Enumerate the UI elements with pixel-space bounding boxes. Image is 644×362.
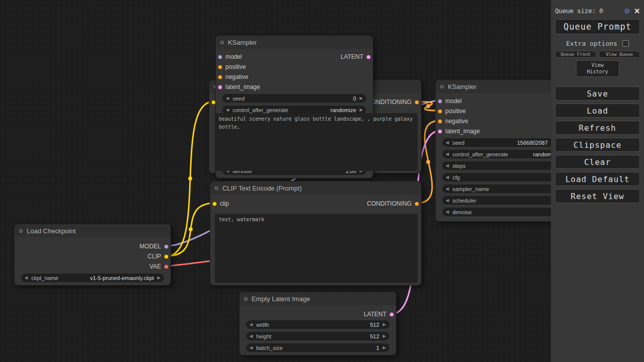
node-canvas[interactable]: CLIP Text Encode (Prompt) clip CONDITION… bbox=[0, 0, 644, 362]
negative-prompt-textarea[interactable]: text, watermark bbox=[215, 214, 418, 283]
denoise-widget[interactable]: ◀ denoise ▶ bbox=[442, 208, 569, 216]
seed-widget[interactable]: ◀ seed 1566802087 ▶ bbox=[442, 138, 569, 147]
node-title: Empty Latent Image bbox=[252, 295, 310, 303]
decrement-arrow-icon[interactable]: ◀ bbox=[446, 198, 449, 203]
slot-row: CLIP bbox=[15, 251, 171, 261]
increment-arrow-icon[interactable]: ▶ bbox=[383, 322, 386, 327]
prev-option-arrow-icon[interactable]: ◀ bbox=[25, 276, 28, 280]
queue-prompt-button[interactable]: Queue Prompt bbox=[555, 19, 640, 34]
load-checkpoint-node[interactable]: Load Checkpoint MODEL CLIP VAE ◀ ckpt_na… bbox=[14, 224, 171, 286]
extra-options-checkbox[interactable] bbox=[622, 40, 629, 47]
node-title: Load Checkpoint bbox=[27, 227, 76, 235]
increment-arrow-icon[interactable]: ▶ bbox=[383, 334, 386, 338]
ckpt-name-widget[interactable]: ◀ ckpt_name v1-5-pruned-emaonly.ckpt ▶ bbox=[21, 274, 164, 282]
decrement-arrow-icon[interactable]: ◀ bbox=[226, 96, 229, 101]
control-after-generate-widget[interactable]: ◀ control_after_generate randomize ▶ bbox=[442, 150, 569, 158]
collapse-dot-icon[interactable] bbox=[19, 229, 23, 233]
refresh-button[interactable]: Refresh bbox=[555, 121, 640, 135]
decrement-arrow-icon[interactable]: ◀ bbox=[250, 345, 253, 350]
batch-size-widget[interactable]: ◀ batch_size 1 ▶ bbox=[246, 343, 389, 352]
load-default-button[interactable]: Load Default bbox=[555, 172, 640, 186]
decrement-arrow-icon[interactable]: ◀ bbox=[446, 187, 449, 191]
negative-input-dot[interactable] bbox=[438, 119, 442, 124]
increment-arrow-icon[interactable]: ▶ bbox=[360, 96, 363, 101]
model-input-dot[interactable] bbox=[438, 99, 442, 104]
positive-input-dot[interactable] bbox=[438, 109, 442, 114]
slot-row: latent_image bbox=[216, 82, 373, 92]
sampler-name-widget[interactable]: ◀ sampler_name ▶ bbox=[442, 185, 569, 193]
node-title-bar[interactable]: CLIP Text Encode (Prompt) bbox=[210, 182, 421, 195]
wire-clip-to-negative-prompt bbox=[167, 203, 214, 256]
decrement-arrow-icon[interactable]: ◀ bbox=[446, 210, 449, 214]
node-title-bar[interactable]: Load Checkpoint bbox=[15, 224, 171, 237]
height-widget[interactable]: ◀ height 512 ▶ bbox=[246, 332, 389, 340]
decrement-arrow-icon[interactable]: ◀ bbox=[446, 140, 449, 145]
negative-input-dot[interactable] bbox=[218, 75, 222, 79]
wire-clip-to-positive-prompt bbox=[167, 102, 213, 256]
conditioning-output-dot[interactable] bbox=[415, 100, 419, 105]
node-title: KSampler bbox=[228, 39, 257, 46]
collapse-dot-icon[interactable] bbox=[215, 187, 218, 190]
node-title: KSampler bbox=[448, 83, 476, 90]
slot-row: positive bbox=[216, 62, 373, 72]
collapse-dot-icon[interactable] bbox=[440, 85, 444, 88]
node-title-bar[interactable]: KSampler bbox=[216, 36, 373, 49]
save-button[interactable]: Save bbox=[555, 86, 640, 101]
link-midpoint-dot bbox=[426, 160, 430, 164]
cfg-widget[interactable]: ◀ cfg ▶ bbox=[442, 173, 569, 182]
decrement-arrow-icon[interactable]: ◀ bbox=[250, 322, 253, 327]
latent-output-dot[interactable] bbox=[366, 55, 371, 59]
menu-panel: Queue size: 0 ⚙ × Queue Prompt Extra opt… bbox=[551, 0, 644, 362]
clip-input-dot[interactable] bbox=[212, 202, 217, 206]
conditioning-output-dot[interactable] bbox=[415, 202, 419, 206]
decrement-arrow-icon[interactable]: ◀ bbox=[226, 108, 229, 112]
view-history-button[interactable]: View History bbox=[576, 60, 619, 77]
steps-widget[interactable]: ◀ steps ▶ bbox=[442, 161, 569, 170]
increment-arrow-icon[interactable]: ▶ bbox=[360, 108, 363, 112]
increment-arrow-icon[interactable]: ▶ bbox=[383, 345, 386, 350]
extra-options-label: Extra options bbox=[566, 40, 617, 47]
queue-front-button[interactable]: Queue Front bbox=[555, 51, 596, 58]
latent-output-dot[interactable] bbox=[389, 312, 394, 317]
link-midpoint-dot bbox=[426, 104, 430, 108]
slot-row: VAE bbox=[15, 261, 171, 272]
node-title-bar[interactable]: Empty Latent Image bbox=[239, 292, 396, 305]
latent-image-input-dot[interactable] bbox=[218, 85, 222, 89]
slot-row: MODEL bbox=[15, 241, 171, 251]
positive-input-dot[interactable] bbox=[218, 65, 222, 69]
settings-gear-icon[interactable]: ⚙ bbox=[624, 7, 629, 15]
model-input-dot[interactable] bbox=[218, 55, 222, 59]
empty-latent-image-node[interactable]: Empty Latent Image LATENT ◀ width 512 ▶ … bbox=[239, 292, 396, 355]
vae-output-dot[interactable] bbox=[164, 264, 169, 269]
close-icon[interactable]: × bbox=[634, 6, 640, 16]
model-output-dot[interactable] bbox=[164, 244, 169, 249]
clipspace-button[interactable]: Clipspace bbox=[555, 138, 640, 152]
slot-row: model LATENT bbox=[216, 52, 373, 62]
positive-prompt-textarea[interactable]: beautiful scenery nature glass bottle la… bbox=[215, 113, 418, 171]
scheduler-widget[interactable]: ◀ scheduler ▶ bbox=[442, 196, 569, 205]
decrement-arrow-icon[interactable]: ◀ bbox=[446, 175, 449, 179]
slot-row: LATENT bbox=[239, 309, 396, 319]
reset-view-button[interactable]: Reset View bbox=[555, 189, 640, 203]
slot-row: clip CONDITIONING bbox=[210, 199, 421, 209]
slot-row: negative bbox=[216, 72, 373, 82]
next-option-arrow-icon[interactable]: ▶ bbox=[157, 276, 160, 280]
queue-size-label: Queue size: 0 bbox=[555, 7, 603, 15]
collapse-dot-icon[interactable] bbox=[244, 297, 248, 301]
width-widget[interactable]: ◀ width 512 ▶ bbox=[246, 320, 389, 329]
decrement-arrow-icon[interactable]: ◀ bbox=[446, 163, 449, 168]
collapse-dot-icon[interactable] bbox=[220, 41, 224, 44]
link-midpoint-dot bbox=[189, 227, 193, 231]
link-midpoint-dot bbox=[188, 176, 192, 180]
clear-button[interactable]: Clear bbox=[555, 155, 640, 169]
latent-image-input-dot[interactable] bbox=[438, 129, 442, 134]
view-queue-button[interactable]: View Queue bbox=[599, 51, 640, 58]
clip-output-dot[interactable] bbox=[164, 254, 169, 259]
load-button[interactable]: Load bbox=[555, 104, 640, 118]
decrement-arrow-icon[interactable]: ◀ bbox=[250, 334, 253, 338]
seed-widget[interactable]: ◀ seed 0 ▶ bbox=[222, 94, 366, 103]
decrement-arrow-icon[interactable]: ◀ bbox=[446, 152, 449, 156]
node-title: CLIP Text Encode (Prompt) bbox=[222, 185, 302, 192]
